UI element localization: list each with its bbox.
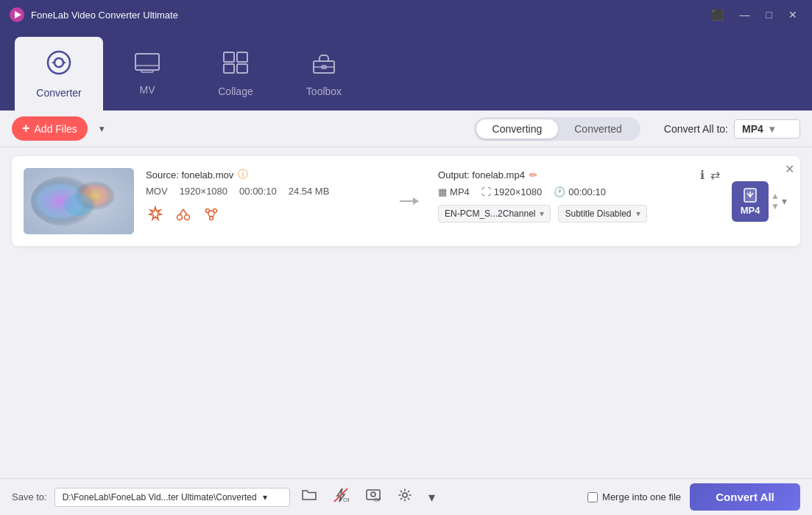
convert-all-button[interactable]: Convert All (690, 483, 800, 511)
title-bar-left: FoneLab Video Converter Ultimate (9, 7, 178, 23)
output-header-icons: ℹ ⇄ (700, 168, 720, 182)
format-selected-value: MP4 (742, 123, 763, 135)
thumbnail-art (24, 168, 134, 234)
duration-prop-icon: 🕐 (554, 186, 565, 197)
format-chevron-icon: ▾ (769, 123, 774, 135)
save-to-label: Save to: (12, 491, 47, 502)
svg-marker-3 (63, 61, 66, 64)
svg-line-22 (183, 209, 187, 215)
svg-point-19 (177, 215, 183, 220)
svg-rect-8 (224, 52, 234, 62)
audio-chevron-icon: ▾ (540, 209, 544, 219)
output-duration-value: 00:00:10 (568, 186, 606, 197)
close-button[interactable]: ✕ (783, 6, 803, 24)
settings-dropdown-button[interactable]: ▾ (424, 486, 439, 508)
tab-toolbox-label: Toolbox (306, 85, 342, 97)
settings-more-button[interactable] (393, 485, 417, 509)
enhance-button[interactable] (146, 204, 165, 227)
file-duration: 00:00:10 (239, 186, 277, 197)
cut-button[interactable] (174, 204, 193, 227)
source-info-icon[interactable]: ⓘ (238, 168, 248, 181)
source-text: Source: fonelab.mov (146, 169, 233, 181)
tab-mv[interactable]: MV (103, 37, 191, 111)
output-settings-button[interactable]: ⇄ (710, 168, 720, 182)
collage-icon (222, 51, 249, 80)
save-path-select[interactable]: D:\FoneLab\FoneLab Vid...ter Ultimate\Co… (54, 488, 290, 507)
close-card-button[interactable]: ✕ (785, 162, 794, 176)
svg-rect-7 (141, 70, 153, 72)
mv-icon (134, 52, 160, 78)
title-bar-controls: ⬛ — □ ✕ (705, 6, 803, 24)
browse-folder-button[interactable] (297, 486, 321, 508)
svg-rect-10 (224, 64, 234, 73)
nav-bar: Converter MV Collage (0, 29, 812, 111)
svg-rect-9 (237, 52, 247, 62)
audio-track-dropdown[interactable]: EN-PCM_S...2Channel ▾ (438, 205, 551, 223)
format-badge-label: MP4 (741, 205, 760, 216)
output-dropdowns: EN-PCM_S...2Channel ▾ Subtitle Disabled … (438, 205, 720, 223)
svg-rect-5 (135, 54, 159, 70)
maximize-button[interactable]: □ (760, 6, 778, 24)
file-resolution: 1920×1080 (180, 186, 227, 197)
format-badge[interactable]: MP4 (732, 181, 769, 222)
svg-point-20 (185, 215, 190, 220)
svg-point-18 (64, 194, 93, 216)
svg-point-24 (206, 209, 210, 213)
output-format-value: MP4 (450, 186, 470, 197)
format-select[interactable]: MP4 ▾ (734, 119, 800, 139)
output-info-button[interactable]: ℹ (700, 168, 705, 182)
output-format-prop: ▦ MP4 (438, 186, 470, 197)
tab-converting[interactable]: Converting (476, 119, 559, 139)
add-files-button[interactable]: + Add Files (12, 116, 88, 141)
add-files-label: Add Files (35, 123, 77, 135)
output-resolution-value: 1920×1080 (494, 186, 542, 197)
file-size: 24.54 MB (289, 186, 330, 197)
file-format: MOV (146, 186, 168, 197)
svg-text:OFF: OFF (343, 497, 349, 503)
app-logo-icon (9, 7, 25, 23)
svg-marker-4 (52, 61, 54, 64)
add-files-dropdown-arrow[interactable]: ▾ (96, 120, 107, 137)
tab-converted[interactable]: Converted (558, 119, 638, 139)
minimize-button[interactable]: — (734, 6, 756, 24)
svg-point-2 (48, 52, 70, 74)
tab-converter-label: Converter (36, 87, 81, 99)
effects-button[interactable] (202, 204, 221, 227)
svg-line-21 (180, 209, 183, 215)
tab-collage[interactable]: Collage (191, 37, 280, 111)
output-header: Output: fonelab.mp4 ✏ ℹ ⇄ (438, 168, 720, 182)
file-card: Source: fonelab.mov ⓘ MOV 1920×1080 00:0… (12, 156, 800, 246)
output-info: Output: fonelab.mp4 ✏ ℹ ⇄ ▦ MP4 ⛶ 1920×1… (438, 168, 720, 223)
audio-track-value: EN-PCM_S...2Channel (445, 209, 535, 219)
edit-filename-icon[interactable]: ✏ (529, 169, 537, 181)
converter-icon (46, 49, 72, 81)
app-title: FoneLab Video Converter Ultimate (31, 10, 178, 21)
footer-right: Merge into one file Convert All (587, 483, 800, 511)
screen-capture-button[interactable]: OFF (361, 484, 386, 510)
flash-off-button[interactable]: OFF (328, 484, 353, 510)
convert-all-to: Convert All to: MP4 ▾ (664, 119, 800, 139)
tab-collage-label: Collage (218, 85, 253, 97)
card-nav-arrows: ▲ ▼ (771, 192, 780, 211)
caption-button[interactable]: ⬛ (705, 6, 730, 24)
output-duration-prop: 🕐 00:00:10 (554, 186, 606, 197)
file-thumbnail (24, 168, 134, 234)
merge-checkbox-input[interactable] (587, 492, 598, 502)
arrow-separator (392, 194, 426, 209)
save-path-chevron-icon: ▾ (263, 492, 267, 502)
file-actions (146, 204, 381, 227)
card-nav-up[interactable]: ▲ (771, 192, 780, 200)
subtitle-dropdown[interactable]: Subtitle Disabled ▾ (558, 205, 646, 223)
output-source: Output: fonelab.mp4 ✏ (438, 169, 537, 181)
footer: Save to: D:\FoneLab\FoneLab Vid...ter Ul… (0, 478, 812, 515)
merge-checkbox-container[interactable]: Merge into one file (587, 491, 681, 502)
toolbar-tabs: Converting Converted (474, 117, 640, 141)
card-nav-down[interactable]: ▼ (771, 202, 780, 211)
output-text: Output: fonelab.mp4 (438, 169, 525, 181)
output-props: ▦ MP4 ⛶ 1920×1080 🕐 00:00:10 (438, 186, 720, 197)
tab-converter[interactable]: Converter (15, 37, 103, 111)
tab-toolbox[interactable]: Toolbox (280, 37, 368, 111)
format-badge-arrow[interactable]: ▾ (780, 194, 788, 209)
toolbox-icon (311, 51, 337, 80)
save-path-value: D:\FoneLab\FoneLab Vid...ter Ultimate\Co… (63, 492, 257, 502)
